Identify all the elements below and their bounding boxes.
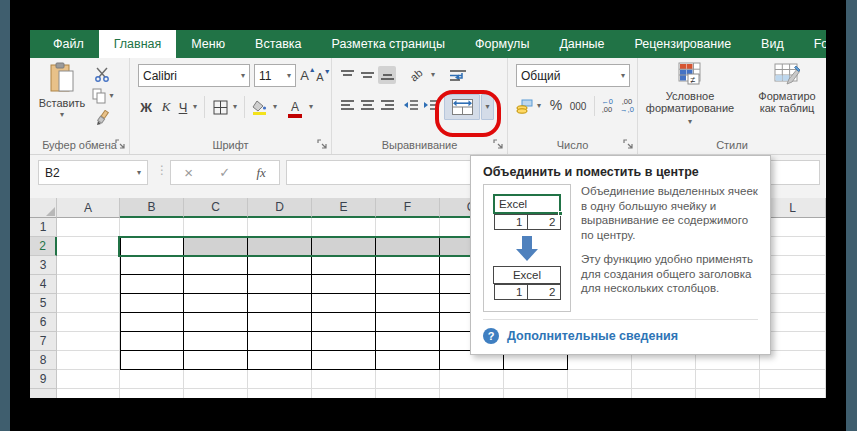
accounting-format-button[interactable] <box>514 96 534 116</box>
cell-D1[interactable] <box>248 218 312 237</box>
row-header-1[interactable]: 1 <box>30 218 57 237</box>
column-header-D[interactable]: D <box>248 198 312 218</box>
align-middle-button[interactable] <box>358 66 376 84</box>
cell-J9[interactable] <box>632 370 696 389</box>
row-header-8[interactable]: 8 <box>30 351 57 370</box>
align-top-button[interactable] <box>338 66 356 84</box>
help-icon[interactable]: ? <box>483 328 499 344</box>
cell-E3[interactable] <box>312 256 376 275</box>
row-header-10[interactable] <box>30 389 57 398</box>
cell-A2[interactable] <box>57 237 120 256</box>
cell-F9[interactable] <box>376 370 440 389</box>
cell-C10[interactable] <box>184 389 248 398</box>
cell-C4[interactable] <box>184 275 248 294</box>
cell-E8[interactable] <box>312 351 376 370</box>
cell-E6[interactable] <box>312 313 376 332</box>
underline-caret-icon[interactable]: ▾ <box>190 96 200 118</box>
font-color-caret-icon[interactable]: ▾ <box>306 96 316 118</box>
cell-E4[interactable] <box>312 275 376 294</box>
cell-F4[interactable] <box>376 275 440 294</box>
increase-decimal-button[interactable]: ←0,00 <box>598 94 616 118</box>
fill-color-caret-icon[interactable]: ▾ <box>270 96 280 118</box>
row-header-3[interactable]: 3 <box>30 256 57 275</box>
cell-A10[interactable] <box>57 389 120 398</box>
cell-H9[interactable] <box>504 370 568 389</box>
font-color-button[interactable]: А <box>286 96 304 118</box>
row-header-5[interactable]: 5 <box>30 294 57 313</box>
cell-B5[interactable] <box>120 294 184 313</box>
cell-K9[interactable] <box>696 370 760 389</box>
cell-D10[interactable] <box>248 389 312 398</box>
cell-E7[interactable] <box>312 332 376 351</box>
insert-function-icon[interactable]: fx <box>256 165 265 181</box>
cell-F6[interactable] <box>376 313 440 332</box>
cell-E2[interactable] <box>312 237 376 256</box>
tab-Главная[interactable]: Главная <box>99 30 177 58</box>
cell-A4[interactable] <box>57 275 120 294</box>
cell-C9[interactable] <box>184 370 248 389</box>
cell-D8[interactable] <box>248 351 312 370</box>
column-header-A[interactable]: A <box>57 198 120 218</box>
cell-C8[interactable] <box>184 351 248 370</box>
orientation-caret-icon[interactable]: ▾ <box>428 66 438 84</box>
cell-F7[interactable] <box>376 332 440 351</box>
cell-E9[interactable] <box>312 370 376 389</box>
orientation-button[interactable]: ab <box>404 64 428 86</box>
conditional-formatting-button[interactable]: ≠ Условное форматирование ▾ <box>644 62 736 134</box>
cell-D7[interactable] <box>248 332 312 351</box>
cell-C1[interactable] <box>184 218 248 237</box>
cell-F10[interactable] <box>376 389 440 398</box>
decrease-font-button[interactable]: A▼ <box>316 66 331 87</box>
row-header-4[interactable]: 4 <box>30 275 57 294</box>
align-center-button[interactable] <box>358 96 376 114</box>
name-box[interactable]: B2 ▾ <box>38 160 148 185</box>
format-as-table-button[interactable]: Форматиро как таблиц <box>742 62 826 134</box>
cell-F1[interactable] <box>376 218 440 237</box>
cell-B2-active[interactable] <box>120 237 184 256</box>
merge-center-caret[interactable]: ▾ <box>481 94 494 120</box>
cell-F2[interactable] <box>376 237 440 256</box>
cell-F3[interactable] <box>376 256 440 275</box>
column-header-C[interactable]: C <box>184 198 248 218</box>
accounting-caret-icon[interactable]: ▾ <box>534 96 544 116</box>
comma-style-button[interactable]: 000 <box>566 96 590 116</box>
cell-D5[interactable] <box>248 294 312 313</box>
percent-button[interactable]: % <box>548 94 564 116</box>
column-header-F[interactable]: F <box>376 198 440 218</box>
row-header-7[interactable]: 7 <box>30 332 57 351</box>
row-header-6[interactable]: 6 <box>30 313 57 332</box>
alignment-dialog-launcher[interactable] <box>493 139 504 150</box>
cancel-entry-icon[interactable]: × <box>184 164 193 181</box>
tab-Foxit Read[interactable]: Foxit Read <box>799 30 826 58</box>
cell-K10[interactable] <box>696 389 760 398</box>
decrease-indent-button[interactable] <box>402 96 420 114</box>
cell-L9[interactable] <box>760 370 826 389</box>
select-all-corner[interactable] <box>30 198 57 218</box>
cell-E1[interactable] <box>312 218 376 237</box>
cell-I10[interactable] <box>568 389 632 398</box>
cell-B8[interactable] <box>120 351 184 370</box>
cell-D2[interactable] <box>248 237 312 256</box>
font-dialog-launcher[interactable] <box>317 139 328 150</box>
cell-C5[interactable] <box>184 294 248 313</box>
cell-B9[interactable] <box>120 370 184 389</box>
cell-B7[interactable] <box>120 332 184 351</box>
align-left-button[interactable] <box>338 96 356 114</box>
number-dialog-launcher[interactable] <box>623 139 634 150</box>
cell-J10[interactable] <box>632 389 696 398</box>
tooltip-help-link[interactable]: Дополнительные сведения <box>507 329 678 343</box>
tab-Формулы[interactable]: Формулы <box>460 30 544 58</box>
cell-A1[interactable] <box>57 218 120 237</box>
tab-Данные[interactable]: Данные <box>544 30 619 58</box>
cell-C6[interactable] <box>184 313 248 332</box>
cell-I9[interactable] <box>568 370 632 389</box>
cell-F5[interactable] <box>376 294 440 313</box>
tab-Меню[interactable]: Меню <box>176 30 240 58</box>
number-format-combo[interactable]: Общий ▾ <box>516 64 630 87</box>
row-header-9[interactable]: 9 <box>30 370 57 389</box>
cell-H10[interactable] <box>504 389 568 398</box>
cell-C2[interactable] <box>184 237 248 256</box>
cell-C3[interactable] <box>184 256 248 275</box>
format-painter-button[interactable] <box>90 108 114 128</box>
cell-E5[interactable] <box>312 294 376 313</box>
